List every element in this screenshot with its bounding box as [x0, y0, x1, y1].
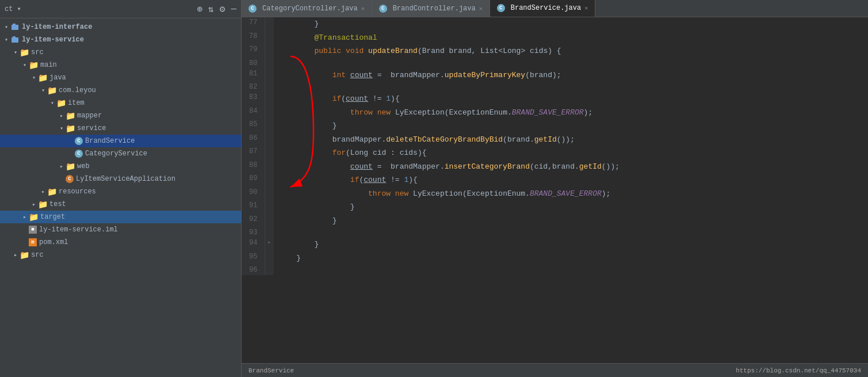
status-url: https://blog.csdn.net/qq_44757034	[736, 367, 861, 374]
minimize-icon[interactable]: —	[231, 4, 236, 14]
tab-brand-controller[interactable]: C BrandController.java ✕	[372, 0, 490, 17]
tree-item-category-service[interactable]: C CategoryService	[0, 147, 241, 160]
fold-gutter	[265, 106, 274, 120]
line-number: 96	[242, 265, 265, 275]
module-icon	[10, 22, 20, 32]
java-app-icon: C	[66, 175, 74, 183]
tree-label: ly-item-interface	[22, 23, 92, 31]
line-number: 86	[242, 133, 265, 147]
fold-gutter	[265, 160, 274, 174]
tab-brand-service[interactable]: C BrandService.java ✕	[490, 0, 595, 17]
code-line-93: 93	[242, 227, 868, 238]
svg-rect-1	[13, 24, 16, 25]
tab-icon: C	[497, 4, 505, 12]
file-tree-panel: ct ▾ ⊕ ⇅ ⚙ — ly-item-interface ly-item-s…	[0, 0, 242, 377]
tree-label: src	[31, 48, 44, 56]
collapse-icon[interactable]: ⇅	[208, 3, 214, 15]
tree-item-ly-item-service-app[interactable]: C LyItemServiceApplication	[0, 173, 241, 185]
arrow-icon	[48, 100, 56, 106]
code-line-83: 83 if(count != 1){	[242, 92, 868, 106]
folder-icon: 📁	[20, 48, 29, 57]
add-icon[interactable]: ⊕	[197, 3, 202, 15]
code-line-78: 78 @Transactional	[242, 31, 868, 45]
code-line-94: 94 ▸ }	[242, 238, 868, 252]
tree-label: main	[40, 61, 57, 69]
fold-gutter	[265, 187, 274, 201]
toolbar-title: ct ▾	[5, 5, 21, 13]
code-content: brandMapper.deleteTbCateGoryBrandByBid(b…	[274, 133, 868, 147]
tree-label: web	[77, 162, 90, 170]
fold-gutter	[265, 227, 274, 238]
fold-gutter	[265, 133, 274, 147]
folder-icon: 📁	[38, 200, 47, 209]
code-editor[interactable]: 77 } 78 @Transactional 79	[242, 17, 868, 363]
tree-item-com-leyou[interactable]: 📁 com.leyou	[0, 84, 241, 97]
tree-item-ly-item-service[interactable]: ly-item-service	[0, 33, 241, 46]
tree-label: BrandService	[85, 137, 135, 145]
status-file: BrandService	[248, 367, 294, 374]
editor-panel: C CategoryController.java ✕ C BrandContr…	[242, 0, 868, 377]
line-number: 78	[242, 31, 265, 45]
arrow-icon	[30, 74, 38, 81]
code-content: }	[274, 238, 868, 252]
tree-item-item[interactable]: 📁 item	[0, 97, 241, 109]
line-number: 91	[242, 200, 265, 214]
tree-item-main[interactable]: 📁 main	[0, 59, 241, 71]
code-content: int count = brandMapper.updateByPrimaryK…	[274, 68, 868, 82]
tree-item-brand-service[interactable]: C BrandService	[0, 135, 241, 147]
tree-item-target[interactable]: 📁 target	[0, 211, 241, 223]
code-line-91: 91 }	[242, 200, 868, 214]
code-line-85: 85 }	[242, 119, 868, 133]
line-number: 81	[242, 68, 265, 82]
line-number: 89	[242, 173, 265, 187]
code-line-89: 89 if(count != 1){	[242, 173, 868, 187]
tab-category-controller[interactable]: C CategoryController.java ✕	[242, 0, 372, 17]
code-content: if(count != 1){	[274, 92, 868, 106]
code-content	[274, 227, 868, 238]
tabs-bar: C CategoryController.java ✕ C BrandContr…	[242, 0, 868, 17]
tree-item-src2[interactable]: 📁 src	[0, 249, 241, 261]
fold-gutter	[265, 252, 274, 265]
line-number: 85	[242, 119, 265, 133]
line-number: 77	[242, 17, 265, 31]
tab-icon: C	[379, 5, 387, 13]
folder-icon: 📁	[38, 73, 47, 82]
svg-rect-2	[12, 37, 18, 43]
tab-close-icon[interactable]: ✕	[361, 5, 365, 12]
tree-item-web[interactable]: 📁 web	[0, 160, 241, 173]
tab-close-icon[interactable]: ✕	[479, 5, 483, 12]
folder-icon: 📁	[29, 60, 38, 70]
arrow-icon	[39, 87, 47, 94]
fold-gutter	[265, 82, 274, 92]
tree-item-src[interactable]: 📁 src	[0, 46, 241, 59]
settings-icon[interactable]: ⚙	[220, 3, 225, 15]
folder-icon: 📁	[47, 187, 56, 196]
code-content: throw new LyException(ExceptionEnum.BRAN…	[274, 106, 868, 120]
tree-label: service	[77, 124, 106, 132]
code-content: }	[274, 119, 868, 133]
code-content: if(count != 1){	[274, 173, 868, 187]
code-line-87: 87 for(Long cid : cids){	[242, 146, 868, 160]
folder-icon: 📁	[66, 111, 75, 120]
tree-item-mapper[interactable]: 📁 mapper	[0, 109, 241, 122]
arrow-icon	[58, 112, 66, 119]
java-class-icon: C	[75, 137, 83, 145]
fold-gutter	[265, 214, 274, 228]
folder-icon: 📁	[29, 212, 38, 222]
tree-item-ly-item-interface[interactable]: ly-item-interface	[0, 21, 241, 33]
code-line-95: 95 }	[242, 252, 868, 265]
folder-icon: 📁	[56, 98, 66, 108]
code-content: }	[274, 252, 868, 265]
tree-item-pom[interactable]: m pom.xml	[0, 236, 241, 249]
fold-gutter	[265, 17, 274, 31]
tree-item-resources[interactable]: 📁 resources	[0, 185, 241, 198]
tab-close-icon[interactable]: ✕	[584, 5, 588, 12]
tree-item-iml[interactable]: ■ ly-item-service.iml	[0, 223, 241, 236]
tree-label: LyItemServiceApplication	[76, 175, 175, 183]
tree-item-test[interactable]: 📁 test	[0, 198, 241, 211]
tree-item-java[interactable]: 📁 java	[0, 71, 241, 84]
iml-icon: ■	[29, 226, 37, 234]
code-line-80: 80	[242, 58, 868, 68]
line-number: 80	[242, 58, 265, 68]
tree-item-service[interactable]: 📁 service	[0, 122, 241, 135]
